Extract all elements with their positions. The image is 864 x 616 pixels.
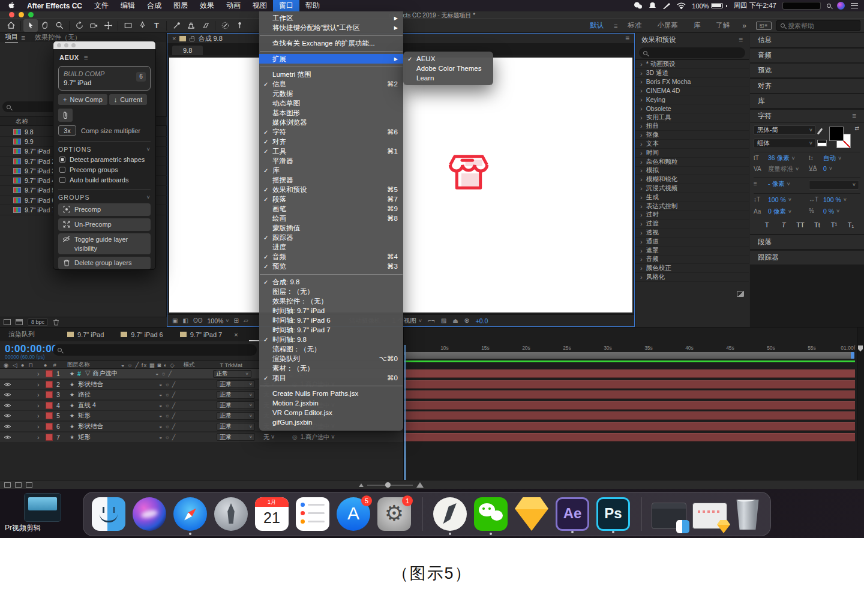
panel-menu-icon[interactable]: ≡	[21, 34, 25, 42]
workspace-tab-库[interactable]: 库	[686, 21, 709, 30]
blend-mode-dropdown[interactable]: 正常˅	[217, 380, 255, 388]
dock-photoshop-icon[interactable]: Ps	[596, 497, 630, 531]
effects-category[interactable]: ›Keying	[635, 95, 749, 104]
close-tab-icon[interactable]: ×	[230, 331, 241, 338]
menu-item[interactable]: 流程图：（无）	[259, 344, 403, 354]
effects-category[interactable]: ›杂色和颗粒	[635, 158, 749, 167]
faux-style-button-2[interactable]: TT	[793, 221, 808, 229]
clone-stamp-tool-icon[interactable]	[184, 19, 198, 32]
camera-tool-icon[interactable]	[86, 19, 101, 32]
home-tool-icon[interactable]	[4, 19, 18, 32]
panel-header-库[interactable]: 库	[750, 94, 864, 108]
tsume-value[interactable]: 0 %	[823, 208, 834, 215]
faux-style-button-3[interactable]: Tt	[810, 221, 824, 229]
aeux-group-button[interactable]: Delete group layers	[58, 257, 151, 269]
minimized-window-thumbnail[interactable]	[652, 503, 686, 529]
workspace-menu-icon[interactable]: ≡	[611, 22, 620, 29]
notification-status-icon[interactable]	[649, 2, 656, 10]
blend-mode-dropdown[interactable]: 正常˅	[217, 423, 255, 431]
effects-category[interactable]: ›扭曲	[635, 122, 749, 131]
lock-icon[interactable]	[190, 38, 194, 41]
menu-item[interactable]: ✓效果和预设⌘5	[259, 185, 403, 194]
expand-chevron-icon[interactable]: ›	[37, 381, 44, 388]
expand-layers-icon[interactable]	[4, 482, 11, 488]
panel-header-信息[interactable]: 信息	[750, 33, 864, 47]
layer-color-swatch[interactable]	[46, 412, 53, 419]
stroke-width-value[interactable]: - 像素	[768, 180, 784, 188]
rotate-tool-icon[interactable]	[72, 19, 86, 32]
faux-style-button-5[interactable]: T₁	[844, 221, 858, 229]
menu-item[interactable]: 素材：（无）	[259, 363, 403, 373]
wechat-status-icon[interactable]	[634, 2, 643, 10]
effects-category[interactable]: ›Boris FX Mocha	[635, 78, 749, 87]
snapshot-icon[interactable]: ▣	[172, 317, 178, 324]
build-comp-card[interactable]: BUILD COMP 9.7" iPad 6	[58, 66, 151, 91]
selection-tool-icon[interactable]	[23, 19, 38, 32]
apple-menu-icon[interactable]	[0, 2, 21, 10]
layer-duration-bar[interactable]	[404, 390, 855, 399]
zoom-tool-icon[interactable]	[52, 19, 67, 32]
menu-item[interactable]: ✓库	[259, 166, 403, 175]
expand-inout-icon[interactable]	[26, 482, 32, 488]
goggles-icon[interactable]: ʘʘ	[193, 317, 203, 324]
notification-center-icon[interactable]	[851, 3, 858, 8]
menu-item[interactable]: Motion 2.jsxbin	[259, 398, 403, 408]
help-search-input[interactable]	[788, 22, 848, 29]
menubar-menu-帮助[interactable]: 帮助	[299, 0, 326, 11]
timeline-zoom-slider[interactable]	[359, 482, 424, 488]
trash-icon[interactable]	[53, 318, 59, 326]
horizontal-scale-value[interactable]: 100 %	[823, 196, 841, 203]
menu-item[interactable]: 媒体浏览器	[259, 118, 403, 127]
eye-icon[interactable]	[4, 381, 12, 388]
parent-link-dropdown[interactable]: ◎1.商户选中 ˅	[292, 433, 335, 441]
menubar-menu-文件[interactable]: 文件	[88, 0, 115, 11]
layer-duration-bar[interactable]	[404, 369, 855, 378]
current-timecode[interactable]: 0:00:00:00	[5, 343, 58, 355]
roto-brush-tool-icon[interactable]	[218, 19, 232, 32]
spotlight-icon[interactable]	[827, 4, 831, 8]
checkbox-icon[interactable]	[59, 157, 65, 163]
transparency-grid-icon[interactable]: ▨	[441, 317, 446, 324]
comp-viewer-tab[interactable]: 9.8	[172, 46, 203, 55]
submenu-item[interactable]: Learn	[403, 73, 493, 83]
layer-duration-bar[interactable]	[404, 380, 855, 389]
effects-category[interactable]: ›3D 通道	[635, 69, 749, 78]
submenu-item[interactable]: ✓AEUX	[403, 54, 493, 64]
eye-icon[interactable]	[4, 434, 12, 441]
timeline-search-box[interactable]	[53, 344, 257, 356]
menu-item[interactable]: 平滑器	[259, 156, 403, 166]
shape-tool-icon[interactable]	[121, 19, 135, 32]
panel-menu-icon[interactable]: ≡	[852, 112, 856, 120]
menubar-menu-效果[interactable]: 效果	[194, 0, 220, 11]
panel-menu-icon[interactable]: ≡	[625, 34, 629, 43]
blend-mode-dropdown[interactable]: 正常˅	[217, 412, 255, 420]
current-comp-button[interactable]: ↓Current	[109, 94, 147, 105]
dock-system-preferences-icon[interactable]: ⚙1	[377, 497, 411, 531]
pen-tool-icon[interactable]	[135, 19, 149, 32]
tab-project[interactable]: 项目≡	[0, 32, 30, 43]
checkbox-icon[interactable]	[59, 177, 65, 183]
menu-item[interactable]: 摇摆器	[259, 175, 403, 185]
menu-item[interactable]: 时间轴: 9.7" iPad 6	[259, 315, 403, 325]
menu-item[interactable]: 图层：（无）	[259, 287, 403, 296]
dock-finder-icon[interactable]	[92, 497, 125, 531]
timeline-tab[interactable]: 9.7" iPad 7	[172, 327, 230, 341]
font-style-dropdown[interactable]: 细体˅	[754, 139, 816, 148]
panel-menu-icon[interactable]: ≡	[739, 35, 743, 44]
eraser-tool-icon[interactable]	[198, 19, 212, 32]
menu-item[interactable]: 绘画⌘8	[259, 214, 403, 223]
work-area-end-handle[interactable]	[851, 352, 854, 359]
layer-color-swatch[interactable]	[46, 391, 53, 398]
effects-category[interactable]: ›抠像	[635, 131, 749, 140]
timeline-tab[interactable]: 渲染队列	[0, 327, 59, 341]
bit-depth-button[interactable]: 8 bpc	[28, 318, 48, 326]
effects-category[interactable]: ›实用工具	[635, 113, 749, 122]
expand-chevron-icon[interactable]: ›	[37, 391, 44, 398]
stroke-type-dropdown[interactable]: ˅	[809, 180, 859, 190]
menu-item[interactable]: 查找有关 Exchange 的扩展功能...	[259, 38, 403, 48]
font-size-value[interactable]: 36 像素	[768, 154, 790, 163]
effects-category[interactable]: ›透视	[635, 229, 749, 238]
puppet-pin-tool-icon[interactable]	[232, 19, 247, 32]
aeux-group-button[interactable]: Precomp	[58, 203, 151, 216]
layer-color-swatch[interactable]	[46, 402, 53, 409]
